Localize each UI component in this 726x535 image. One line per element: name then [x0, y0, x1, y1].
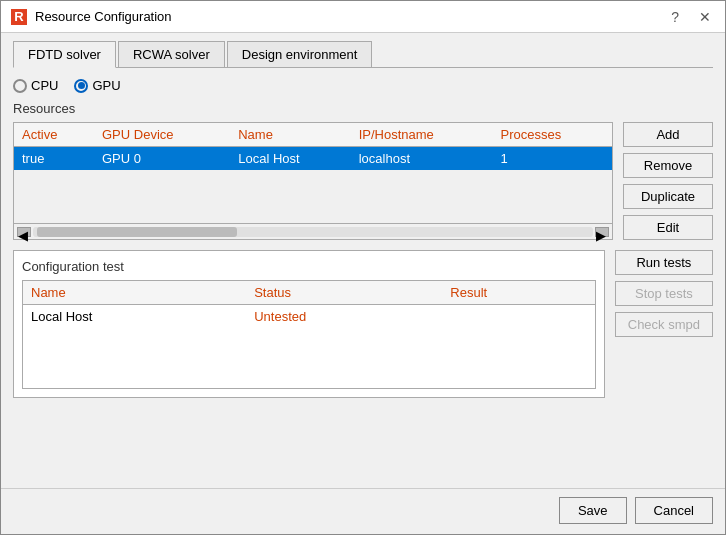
- radio-cpu-label: CPU: [31, 78, 58, 93]
- col-ip: IP/Hostname: [351, 123, 493, 147]
- close-button[interactable]: ✕: [695, 9, 715, 25]
- cell-processes: 1: [493, 147, 612, 171]
- tab-fdtd[interactable]: FDTD solver: [13, 41, 116, 68]
- scroll-left-btn[interactable]: ◀: [17, 227, 31, 237]
- resources-header-row: Active GPU Device Name IP/Hostname Proce…: [14, 123, 612, 147]
- config-test-label: Configuration test: [22, 259, 596, 274]
- window-title: Resource Configuration: [35, 9, 172, 24]
- resources-section-label: Resources: [13, 101, 713, 116]
- table-row[interactable]: true GPU 0 Local Host localhost 1: [14, 147, 612, 171]
- test-table-header: Name Status Result: [23, 281, 595, 305]
- run-tests-button[interactable]: Run tests: [615, 250, 713, 275]
- title-bar-right: ? ✕: [667, 9, 715, 25]
- config-test-area: Configuration test Name Status Result: [13, 250, 713, 398]
- test-col-status: Status: [246, 281, 442, 305]
- test-header-row: Name Status Result: [23, 281, 595, 305]
- duplicate-button[interactable]: Duplicate: [623, 184, 713, 209]
- test-table-wrapper: Name Status Result Local Host Untested: [22, 280, 596, 389]
- radio-row: CPU GPU: [13, 78, 713, 93]
- config-test-section: Configuration test Name Status Result: [13, 250, 605, 398]
- save-button[interactable]: Save: [559, 497, 627, 524]
- test-cell-result: [442, 305, 594, 329]
- help-button[interactable]: ?: [667, 9, 683, 25]
- col-active: Active: [14, 123, 94, 147]
- horizontal-scrollbar[interactable]: ◀ ▶: [14, 223, 612, 239]
- resources-table-wrapper: Active GPU Device Name IP/Hostname Proce…: [14, 123, 612, 223]
- cell-name: Local Host: [230, 147, 350, 171]
- footer: Save Cancel: [1, 488, 725, 534]
- col-gpu-device: GPU Device: [94, 123, 230, 147]
- test-row: Local Host Untested: [23, 305, 595, 329]
- resources-table-body: true GPU 0 Local Host localhost 1: [14, 147, 612, 211]
- test-col-name: Name: [23, 281, 246, 305]
- col-name: Name: [230, 123, 350, 147]
- resource-config-window: R Resource Configuration ? ✕ FDTD solver…: [0, 0, 726, 535]
- test-cell-status: Untested: [246, 305, 442, 329]
- scrollbar-track[interactable]: [33, 227, 593, 237]
- test-cell-name: Local Host: [23, 305, 246, 329]
- check-smpd-button[interactable]: Check smpd: [615, 312, 713, 337]
- radio-gpu[interactable]: GPU: [74, 78, 120, 93]
- test-empty-row: [23, 328, 595, 388]
- test-table: Name Status Result Local Host Untested: [23, 281, 595, 388]
- app-icon: R: [11, 9, 27, 25]
- tab-rcwa[interactable]: RCWA solver: [118, 41, 225, 67]
- edit-button[interactable]: Edit: [623, 215, 713, 240]
- add-button[interactable]: Add: [623, 122, 713, 147]
- resources-row: Active GPU Device Name IP/Hostname Proce…: [13, 122, 713, 240]
- scroll-right-btn[interactable]: ▶: [595, 227, 609, 237]
- remove-button[interactable]: Remove: [623, 153, 713, 178]
- cancel-button[interactable]: Cancel: [635, 497, 713, 524]
- cell-ip: localhost: [351, 147, 493, 171]
- test-side-buttons: Run tests Stop tests Check smpd: [615, 250, 713, 398]
- col-processes: Processes: [493, 123, 612, 147]
- title-bar-left: R Resource Configuration: [11, 9, 172, 25]
- tabs: FDTD solver RCWA solver Design environme…: [13, 41, 713, 68]
- radio-cpu[interactable]: CPU: [13, 78, 58, 93]
- resources-table-header: Active GPU Device Name IP/Hostname Proce…: [14, 123, 612, 147]
- test-table-body: Local Host Untested: [23, 305, 595, 389]
- resources-side-buttons: Add Remove Duplicate Edit: [623, 122, 713, 240]
- empty-row: [14, 170, 612, 210]
- scrollbar-thumb[interactable]: [37, 227, 237, 237]
- radio-gpu-label: GPU: [92, 78, 120, 93]
- resources-table: Active GPU Device Name IP/Hostname Proce…: [14, 123, 612, 210]
- stop-tests-button[interactable]: Stop tests: [615, 281, 713, 306]
- resources-table-container: Active GPU Device Name IP/Hostname Proce…: [13, 122, 613, 240]
- cell-gpu-device: GPU 0: [94, 147, 230, 171]
- tab-design[interactable]: Design environment: [227, 41, 373, 67]
- radio-gpu-circle: [74, 79, 88, 93]
- title-bar: R Resource Configuration ? ✕: [1, 1, 725, 33]
- radio-cpu-circle: [13, 79, 27, 93]
- cell-active: true: [14, 147, 94, 171]
- window-body: FDTD solver RCWA solver Design environme…: [1, 33, 725, 488]
- test-col-result: Result: [442, 281, 594, 305]
